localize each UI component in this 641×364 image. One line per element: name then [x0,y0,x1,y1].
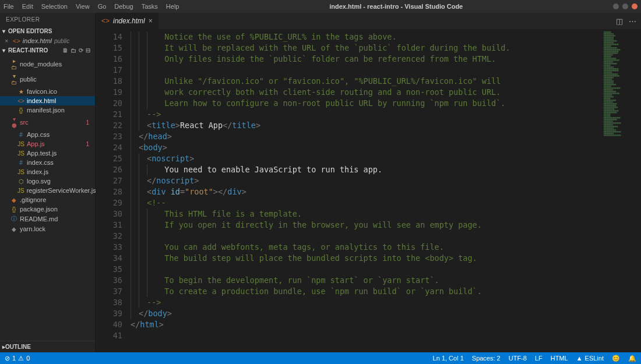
tree-item-label: favicon.ico [27,88,57,95]
src-open-icon: ▾ ⬢ [10,116,17,129]
tree-item-logo-svg[interactable]: ⬡logo.svg [0,176,95,186]
window-title: index.html - react-intro - Visual Studio… [179,3,613,10]
js-icon: JS [17,188,24,194]
tree-item-node_modules[interactable]: ▸ 🗀node_modules [0,56,95,72]
html-icon: <> [17,98,24,104]
tree-item-label: logo.svg [27,178,51,185]
css-icon: # [17,160,24,166]
editor-tabs: <> index.html × ◫ ⋯ [96,13,641,29]
code-content[interactable]: Notice the use of %PUBLIC_URL% in the ta… [131,29,603,352]
minimize-icon[interactable] [613,3,619,9]
tree-item-label: App.css [27,131,50,138]
tree-item-index-html[interactable]: <>index.html [0,96,95,105]
tab-close-icon[interactable]: × [149,17,153,25]
tree-item-label: src [20,119,29,126]
error-badge: 1 [86,141,89,147]
open-editor-item[interactable]: × <> index.html public [0,36,95,45]
window-controls [613,3,638,9]
json-icon: {} [17,107,24,114]
tab-label: index.html [113,17,145,25]
menu-file[interactable]: File [3,3,14,10]
tree-item-App-test-js[interactable]: JSApp.test.js [0,149,95,158]
tree-item--gitignore[interactable]: ◆.gitignore [0,195,95,204]
tree-item-label: node_modules [20,61,62,68]
tree-item-favicon-ico[interactable]: ★favicon.ico [0,87,95,96]
pkg-icon: {} [10,206,17,213]
project-folder-header[interactable]: ▾ REACT-INTRO 🗎 🗀 ⟳ ⊟ [0,45,95,55]
split-editor-icon[interactable]: ◫ [616,17,623,26]
eslint-icon: ▲ [576,355,583,362]
menu-edit[interactable]: Edit [22,3,33,10]
tree-item-label: index.html [27,97,56,104]
status-problems[interactable]: ⊘1 ⚠0 [5,355,30,362]
css-icon: # [17,132,24,138]
menu-selection[interactable]: Selection [41,3,68,10]
code-editor[interactable]: 1415161718192021222324252627282930313233… [96,29,641,352]
tree-item-label: README.md [20,215,58,222]
error-badge: 1 [86,119,89,126]
js-icon: JS [17,169,24,175]
tree-item-label: public [20,76,37,83]
status-language[interactable]: HTML [551,355,568,362]
open-editors-header[interactable]: ▾ OPEN EDITORS [0,26,95,36]
menu-help[interactable]: Help [166,3,179,10]
tree-item-label: yarn.lock [20,225,45,232]
explorer-title: EXPLORER [0,13,95,26]
html-file-icon: <> [101,17,110,25]
new-folder-icon[interactable]: 🗀 [71,47,76,54]
menu-bar: FileEditSelectionViewGoDebugTasksHelp [3,3,179,10]
js-icon: JS [17,150,24,157]
tree-item-label: package.json [20,206,58,213]
status-feedback-icon[interactable]: 😊 [612,355,620,362]
tree-item-index-js[interactable]: JSindex.js [0,167,95,176]
status-cursor-position[interactable]: Ln 1, Col 1 [433,355,464,362]
menu-view[interactable]: View [76,3,90,10]
status-encoding[interactable]: UTF-8 [509,355,527,362]
tree-item-label: App.test.js [27,150,57,157]
tree-item-package-json[interactable]: {}package.json [0,204,95,214]
status-bar: ⊘1 ⚠0 Ln 1, Col 1 Spaces: 2 UTF-8 LF HTM… [0,352,641,364]
git-icon: ◆ [10,197,17,203]
tree-item-label: index.js [27,168,48,175]
menu-tasks[interactable]: Tasks [142,3,158,10]
open-editor-name: index.html [23,37,52,44]
status-eslint[interactable]: ▲ESLint [576,355,604,362]
close-editor-icon[interactable]: × [5,37,10,44]
collapse-icon[interactable]: ⊟ [86,47,90,54]
svg-icon: ⬡ [17,178,24,185]
tree-item-src[interactable]: ▾ ⬢src1 [0,115,95,130]
line-number-gutter: 1415161718192021222324252627282930313233… [96,29,131,352]
html-file-icon: <> [13,37,20,44]
tree-item-index-css[interactable]: #index.css [0,158,95,167]
refresh-icon[interactable]: ⟳ [79,47,83,54]
menu-go[interactable]: Go [98,3,107,10]
tree-item-README-md[interactable]: ⓘREADME.md [0,214,95,224]
tree-item-registerServiceWorker-js[interactable]: JSregisterServiceWorker.js [0,186,95,195]
file-tree: ▸ 🗀node_modules▾ 🗀public★favicon.ico<>in… [0,55,95,234]
outline-header[interactable]: ▸ OUTLINE [0,341,95,352]
tree-item-label: manifest.json [27,107,65,114]
status-eol[interactable]: LF [535,355,543,362]
new-file-icon[interactable]: 🗎 [62,47,68,54]
minimap[interactable]: █████████ ████████████ ██████████████ ██… [603,29,641,352]
star-icon: ★ [17,89,24,95]
editor-area: <> index.html × ◫ ⋯ 14151617181920212223… [96,13,641,352]
status-notifications-icon[interactable]: 🔔 [628,355,636,362]
tab-index-html[interactable]: <> index.html × [96,13,159,29]
tree-item-label: App.js [27,140,45,147]
status-indentation[interactable]: Spaces: 2 [472,355,501,362]
close-icon[interactable] [632,3,638,9]
maximize-icon[interactable] [622,3,628,9]
chevron-down-icon: ▾ [2,28,8,34]
chevron-down-icon: ▾ [2,47,8,54]
tree-item-label: index.css [27,159,54,166]
tree-item-label: .gitignore [20,196,46,203]
tree-item-manifest-json[interactable]: {}manifest.json [0,105,95,115]
more-icon[interactable]: ⋯ [629,17,636,26]
tree-item-App-js[interactable]: JSApp.js1 [0,139,95,149]
warning-icon: ⚠ [18,355,24,362]
tree-item-App-css[interactable]: #App.css [0,130,95,139]
menu-debug[interactable]: Debug [114,3,133,10]
tree-item-yarn-lock[interactable]: ◆yarn.lock [0,224,95,234]
tree-item-public[interactable]: ▾ 🗀public [0,72,95,87]
